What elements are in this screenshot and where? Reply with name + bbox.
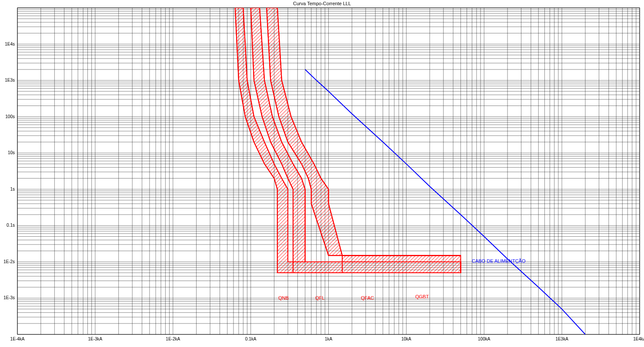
svg-text:1s: 1s xyxy=(10,187,15,192)
svg-text:1E-4kA: 1E-4kA xyxy=(10,337,25,341)
svg-text:1E-3s: 1E-3s xyxy=(3,295,15,300)
band-qgbt xyxy=(342,255,460,273)
svg-text:1E4s: 1E4s xyxy=(5,42,15,46)
svg-text:100kA: 100kA xyxy=(478,337,491,341)
label-qnb: QNB xyxy=(278,295,289,301)
y-tick-labels: 1E-3s1E-2s0.1s1s10s100s1E3s1E4s xyxy=(3,42,15,301)
chart-canvas: 1E-4kA1E-3kA1E-2kA0.1kA1kA10kA100kA1E3kA… xyxy=(0,0,644,347)
svg-text:10s: 10s xyxy=(8,150,15,155)
label-qfl: QFL xyxy=(315,295,324,301)
svg-text:1E3kA: 1E3kA xyxy=(555,337,568,341)
svg-text:1E-3kA: 1E-3kA xyxy=(88,337,102,341)
svg-text:0.1s: 0.1s xyxy=(7,223,15,228)
svg-text:0.1kA: 0.1kA xyxy=(245,337,257,341)
label-cable: CABO DE ALIMENTÇÃO xyxy=(472,258,526,264)
svg-text:1E-2s: 1E-2s xyxy=(3,259,15,264)
svg-text:1kA: 1kA xyxy=(325,337,333,341)
svg-text:1E-2kA: 1E-2kA xyxy=(166,337,180,341)
svg-text:1E3s: 1E3s xyxy=(5,78,15,83)
label-qfac: QFAC xyxy=(361,295,374,301)
x-tick-labels: 1E-4kA1E-3kA1E-2kA0.1kA1kA10kA100kA1E3kA… xyxy=(10,337,644,341)
grid-x xyxy=(17,8,640,334)
label-qgbt: QGBT xyxy=(415,294,429,299)
svg-text:100s: 100s xyxy=(5,114,15,119)
svg-text:1E4kA: 1E4kA xyxy=(633,337,644,341)
curve-cable xyxy=(305,69,585,334)
svg-text:10kA: 10kA xyxy=(401,337,411,341)
plot-content xyxy=(235,8,585,334)
